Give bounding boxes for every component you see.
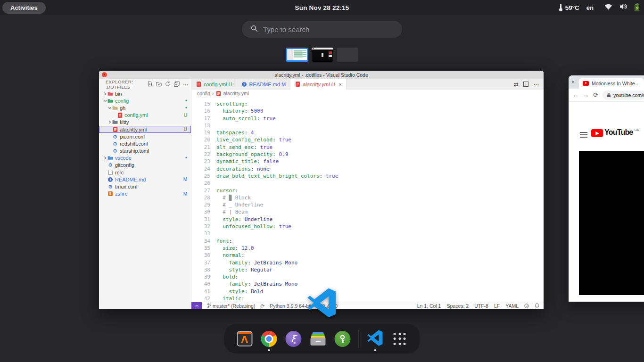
vscode-titlebar[interactable]: × alacritty.yml - .dotfiles - Visual Stu…	[99, 71, 544, 79]
vscode-explorer-panel: EXPLORER: .DOTFILES ⋯ binconfig•gh•confi…	[99, 79, 191, 309]
tree-item-README-md[interactable]: iREADME.mdM	[99, 176, 191, 183]
folder-icon	[107, 156, 113, 160]
vscode-window[interactable]: × alacritty.yml - .dotfiles - Visual Stu…	[99, 71, 544, 309]
code-line-39: bold:	[216, 273, 544, 280]
workspace-thumbnail-3[interactable]	[337, 48, 358, 62]
code-line-30: # | Beam	[216, 208, 544, 215]
tab-close-icon[interactable]: ×	[339, 82, 341, 87]
keyboard-layout-indicator[interactable]: en	[586, 4, 594, 11]
battery-charging-icon[interactable]	[635, 4, 639, 11]
tree-item-config-yml[interactable]: config.ymlU	[99, 112, 191, 119]
python-interpreter-status[interactable]: Python 3.9.9 64-bit	[270, 303, 311, 309]
tree-item-bin[interactable]: bin	[99, 90, 191, 97]
window-close-button[interactable]: ×	[102, 72, 107, 77]
git-branch-status[interactable]: master* (Rebasing)	[207, 303, 255, 309]
tree-item-config[interactable]: config•	[99, 97, 191, 104]
breadcrumb-file[interactable]: alacritty.yml	[223, 90, 249, 96]
editor-tab-alacritty-yml[interactable]: alacritty.yml U×	[290, 79, 347, 90]
yaml-file-icon	[112, 127, 118, 132]
code-editor[interactable]: 1516171819202122232425262728293031323334…	[191, 97, 544, 302]
sync-icon[interactable]: ⟳	[260, 303, 264, 309]
feedback-icon[interactable]	[524, 304, 529, 308]
menu-hamburger-icon[interactable]	[580, 132, 587, 139]
code-line-35: size: 12.0	[216, 245, 544, 252]
status-ln-1-col-1[interactable]: Ln 1, Col 1	[417, 303, 441, 309]
remote-indicator[interactable]: ><	[191, 302, 202, 310]
code-line-41: style: Bold	[216, 288, 544, 295]
tree-item-picom-conf[interactable]: ⚙picom.conf	[99, 133, 191, 140]
tree-item-rcrc[interactable]: rcrc	[99, 169, 191, 176]
code-line-25: draw_bold_text_with_bright_colors: true	[216, 173, 544, 180]
dock-item-vscode[interactable]	[367, 330, 384, 347]
dock-item-chrome[interactable]	[261, 330, 278, 347]
tree-item-tmux-conf[interactable]: ⚙tmux.conf	[99, 183, 191, 190]
workspace-thumbnail-2[interactable]	[312, 48, 333, 62]
youtube-country-badge: UA	[634, 128, 639, 132]
status-spaces-2[interactable]: Spaces: 2	[446, 303, 469, 309]
tree-item-redshift-conf[interactable]: ⚙redshift.conf	[99, 140, 191, 147]
reload-icon[interactable]: ⟳	[593, 92, 598, 98]
tree-item-alacritty-yml[interactable]: alacritty.ymlU	[99, 126, 191, 133]
git-status-badge: •	[185, 98, 187, 104]
dock-item-passwords[interactable]	[334, 330, 351, 347]
gear-file-icon: ⚙	[112, 141, 118, 146]
chevron-right-icon	[103, 92, 107, 96]
chrome-active-tab[interactable]: Motionless In White -	[579, 78, 644, 89]
editor-tab-config-yml[interactable]: config.yml U	[191, 79, 237, 90]
tree-item-starship-toml[interactable]: ⚙starship.toml	[99, 148, 191, 155]
tree-item-gh[interactable]: gh•	[99, 104, 191, 111]
code-line-37: family: JetBrains Mono	[216, 259, 544, 266]
yaml-file-icon	[216, 91, 222, 96]
refresh-icon[interactable]	[165, 81, 171, 88]
tree-item-kitty[interactable]: kitty	[99, 119, 191, 126]
status-yaml[interactable]: YAML	[505, 303, 519, 309]
activities-button[interactable]: Activities	[2, 2, 46, 14]
volume-icon[interactable]	[619, 3, 627, 12]
wifi-icon[interactable]	[604, 3, 612, 12]
more-actions-icon[interactable]: ⋯	[183, 82, 188, 88]
tree-item-gitconfig[interactable]: ⚙gitconfig	[99, 162, 191, 169]
search-input[interactable]	[263, 25, 390, 33]
split-editor-icon[interactable]	[523, 82, 528, 87]
code-line-15: scrolling:	[216, 100, 544, 107]
url-text: youtube.com/wa	[613, 92, 644, 98]
new-file-icon[interactable]	[147, 81, 153, 88]
collapse-folders-icon[interactable]	[174, 81, 180, 88]
chrome-toolbar: ← → ⟳ youtube.com/wa	[569, 89, 644, 102]
editor-more-actions-icon[interactable]: ⋯	[533, 81, 539, 88]
workspace-thumbnail-1[interactable]	[286, 48, 308, 62]
tree-item-zshrc[interactable]: $zshrcM	[99, 190, 191, 197]
code-line-38: style: Regular	[216, 266, 544, 273]
dock-item-alacritty[interactable]: Λ	[236, 330, 253, 347]
vscode-app-icon[interactable]	[307, 288, 337, 318]
tab-close-icon[interactable]: ×	[571, 79, 575, 85]
status-lf[interactable]: LF	[494, 303, 500, 309]
folder-icon	[112, 106, 118, 110]
dock-item-emacs[interactable]: ξ	[285, 330, 302, 347]
video-player[interactable]	[579, 151, 644, 295]
open-changes-icon[interactable]: ⇄	[514, 81, 519, 88]
editor-tab-bar: config.yml UiREADME.md Malacritty.yml U×…	[191, 79, 544, 90]
dock-item-app-grid[interactable]	[391, 330, 408, 347]
notifications-bell-icon[interactable]	[535, 303, 539, 308]
breadcrumb-folder[interactable]: config	[197, 90, 210, 96]
dock-item-files[interactable]	[310, 330, 327, 347]
tree-item-vscode[interactable]: vscode•	[99, 155, 191, 162]
youtube-page: YouTube UA Motionless In White - Anot 21…	[569, 102, 644, 301]
overview-search[interactable]	[242, 21, 402, 38]
breadcrumb[interactable]: config › alacritty.yml	[191, 90, 544, 97]
git-status-badge: •	[185, 105, 187, 111]
forward-icon[interactable]: →	[583, 92, 589, 98]
code-line-32: unfocused_hollow: true	[216, 223, 544, 230]
new-folder-icon[interactable]	[156, 81, 162, 88]
code-line-28: # ▉ Block	[216, 194, 544, 201]
back-icon[interactable]: ←	[572, 92, 578, 98]
code-line-34: font:	[216, 238, 544, 245]
chrome-window[interactable]: × Motionless In White - ← → ⟳ youtube.co…	[569, 75, 644, 302]
clock[interactable]: Sun Nov 28 22:15	[295, 4, 349, 11]
address-bar[interactable]: youtube.com/wa	[603, 90, 644, 100]
youtube-logo[interactable]: YouTube UA	[591, 128, 639, 137]
status-utf-8[interactable]: UTF-8	[474, 303, 488, 309]
editor-tab-README-md[interactable]: iREADME.md M	[237, 79, 291, 90]
gnome-overview: Activities Sun Nov 28 22:15 59°C en	[0, 0, 644, 362]
